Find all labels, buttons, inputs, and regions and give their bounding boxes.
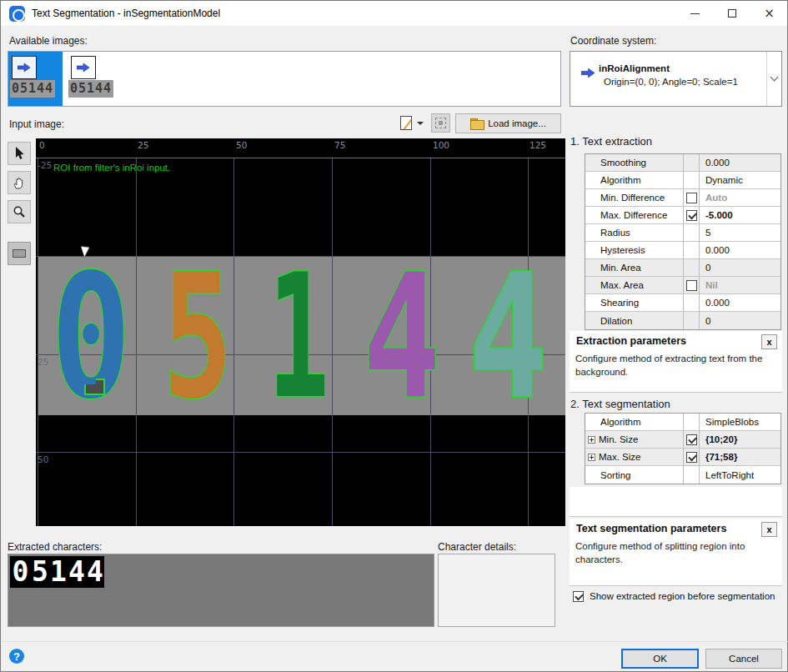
gridline xyxy=(36,452,565,453)
param-row[interactable]: Max. Difference -5.000 xyxy=(585,207,780,224)
ruler-tick: 50 xyxy=(236,140,247,150)
extracted-characters-preview: 0 5 1 4 4 xyxy=(8,554,434,627)
panel-title: Extraction parameters xyxy=(576,335,686,347)
segmented-character: 4 xyxy=(468,252,548,423)
close-icon xyxy=(764,8,775,20)
image-preview-canvas[interactable]: 0 25 50 75 100 125 -25 25 50 ROI from fi… xyxy=(36,138,565,526)
param-row[interactable]: Shearing 0.000 xyxy=(585,294,780,312)
expand-icon[interactable] xyxy=(588,436,595,444)
chevron-down-icon xyxy=(770,73,779,82)
ruler-tick: 25 xyxy=(138,140,148,150)
pan-tool-button[interactable] xyxy=(8,171,31,194)
minimize-button[interactable] xyxy=(676,1,713,26)
panel-description: Configure method of extracting text from… xyxy=(575,353,774,379)
segmented-character: 5 xyxy=(163,252,233,423)
row-checkbox[interactable] xyxy=(686,193,697,203)
show-region-label: Show extracted region before segmentatio… xyxy=(590,591,775,601)
param-row[interactable]: Smoothing 0.000 xyxy=(585,154,780,172)
coordinate-dropdown-button[interactable] xyxy=(766,52,781,106)
available-images-label: Available images: xyxy=(9,35,88,47)
expand-icon[interactable] xyxy=(588,454,595,461)
segmented-character: 0 xyxy=(51,252,131,423)
ruler-tick: 25 xyxy=(38,357,48,367)
row-checkbox[interactable] xyxy=(686,280,697,291)
row-checkbox[interactable] xyxy=(686,452,697,463)
ruler-tick: 125 xyxy=(530,140,546,150)
extraction-parameters-panel: Extraction parameters x Configure method… xyxy=(570,331,782,393)
show-extracted-region-option[interactable]: Show extracted region before segmentatio… xyxy=(573,591,775,602)
coordinate-system-label: Coordinate system: xyxy=(570,35,656,47)
thumbnail-digits: 05144 xyxy=(10,80,55,98)
input-image-label: Input image: xyxy=(9,118,64,130)
hand-icon xyxy=(13,176,26,189)
show-region-checkbox[interactable] xyxy=(573,591,584,602)
character-details-label: Character details: xyxy=(438,541,516,553)
param-row[interactable]: Hysteresis 0.000 xyxy=(585,242,780,259)
footer-divider xyxy=(2,641,788,642)
help-button[interactable]: ? xyxy=(9,649,24,664)
coordinate-system-value: inRoiAlignment xyxy=(599,63,670,73)
app-icon xyxy=(9,6,25,22)
panel-title: Text segmentation parameters xyxy=(576,523,726,534)
roi-tool-dropdown-button[interactable] xyxy=(399,114,427,133)
param-row[interactable]: Algorithm Dynamic xyxy=(585,172,780,189)
param-row[interactable]: Algorithm SimpleBlobs xyxy=(585,414,780,431)
load-image-button[interactable]: Load image... xyxy=(455,113,561,133)
window-title: Text Segmentation - inSegmentationModel xyxy=(32,8,220,19)
thumbnail-digits: 05144 xyxy=(68,80,113,98)
param-row[interactable]: Min. Size {10;20} xyxy=(585,431,780,449)
minimize-icon xyxy=(690,13,700,14)
extracted-character: 4 xyxy=(68,556,86,588)
segmentation-parameters-panel: Text segmentation parameters x Configure… xyxy=(570,519,782,586)
extracted-character: 1 xyxy=(49,556,68,588)
load-image-label: Load image... xyxy=(488,118,546,128)
zoom-tool-button[interactable] xyxy=(8,200,31,223)
segmented-character: 4 xyxy=(363,252,441,423)
ruler-tick: 75 xyxy=(334,140,345,150)
blue-arrow-icon xyxy=(71,56,96,79)
rectangle-roi-tool-button[interactable] xyxy=(8,242,31,265)
fit-to-window-button[interactable] xyxy=(431,113,450,133)
panel-close-button[interactable]: x xyxy=(761,334,777,349)
horizontal-ruler: 0 25 50 75 100 125 xyxy=(36,138,565,158)
gridline xyxy=(136,158,137,526)
param-row[interactable]: Max. Area Nil xyxy=(585,277,780,294)
ruler-tick: 50 xyxy=(38,454,48,464)
param-row[interactable]: Dilation 0 xyxy=(585,312,780,329)
extracted-character: 5 xyxy=(31,556,49,588)
cancel-button[interactable]: Cancel xyxy=(705,649,782,669)
character-details-panel xyxy=(438,554,555,627)
titlebar: Text Segmentation - inSegmentationModel xyxy=(1,1,787,26)
gridline xyxy=(38,158,38,526)
row-checkbox[interactable] xyxy=(686,210,697,221)
roi-annotation-text: ROI from filter's inRoi input. xyxy=(53,163,170,173)
ruler-tick: 0 xyxy=(39,140,45,150)
extraction-parameter-table: Smoothing 0.000 Algorithm Dynamic Min. D… xyxy=(585,153,781,330)
gridline xyxy=(332,158,333,526)
segmentation-section-title: 2. Text segmentation xyxy=(570,398,670,410)
gridline xyxy=(233,158,234,526)
param-row[interactable]: Max. Size {71;58} xyxy=(585,449,780,466)
magnifier-icon xyxy=(13,205,26,218)
segmentation-parameter-table: Algorithm SimpleBlobs Min. Size {10;20} … xyxy=(585,413,781,484)
panel-description: Configure method of splitting region int… xyxy=(575,540,774,566)
row-checkbox[interactable] xyxy=(686,434,697,445)
coordinate-system-combo[interactable]: inRoiAlignment Origin=(0, 0); Angle=0; S… xyxy=(570,51,782,107)
folder-icon xyxy=(470,118,483,128)
maximize-button[interactable] xyxy=(714,1,750,26)
param-row[interactable]: Min. Area 0 xyxy=(585,259,780,277)
maximize-icon xyxy=(728,9,736,18)
roi-shape-icon xyxy=(400,116,412,130)
pointer-icon xyxy=(13,147,25,160)
param-row[interactable]: Min. Difference Auto xyxy=(585,189,780,207)
ok-button[interactable]: OK xyxy=(621,649,699,669)
param-row[interactable]: Sorting LeftToRight xyxy=(585,466,780,484)
pointer-tool-button[interactable] xyxy=(8,142,31,165)
ruler-tick: -25 xyxy=(38,160,52,170)
blue-arrow-icon xyxy=(12,56,37,79)
extraction-section-title: 1. Text extraction xyxy=(570,135,652,148)
panel-close-button[interactable]: x xyxy=(761,522,777,537)
param-row[interactable]: Radius 5 xyxy=(585,224,780,242)
extracted-characters-label: Extracted characters: xyxy=(8,541,102,553)
close-button[interactable] xyxy=(750,1,788,26)
